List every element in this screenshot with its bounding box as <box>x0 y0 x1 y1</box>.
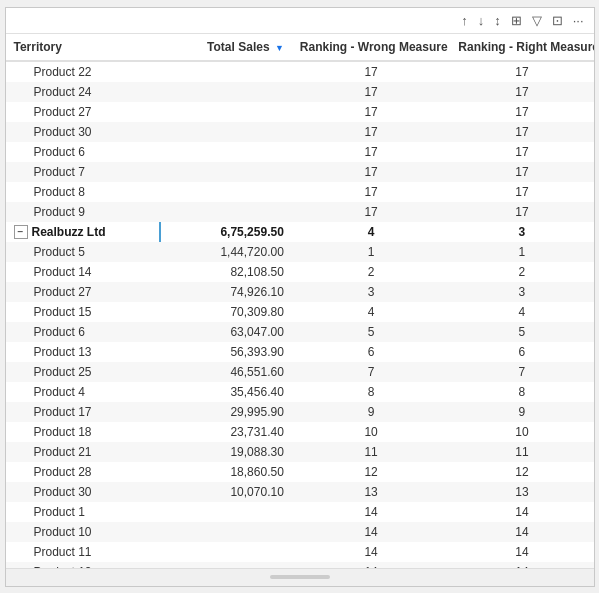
cell-ranking-wrong: 17 <box>292 202 451 222</box>
col-territory-label: Territory <box>14 40 62 54</box>
table-row: Product 121414 <box>6 562 594 567</box>
cell-territory: Product 12 <box>6 562 159 567</box>
cell-ranking-right: 14 <box>450 522 593 542</box>
cell-total-sales: 82,108.50 <box>159 262 292 282</box>
cell-territory: Product 1 <box>6 502 159 522</box>
cell-ranking-wrong: 4 <box>292 302 451 322</box>
cell-ranking-wrong: 17 <box>292 142 451 162</box>
more-icon[interactable]: ··· <box>571 12 586 29</box>
table-row: Product 271717 <box>6 102 594 122</box>
table-row: Product 241717 <box>6 82 594 102</box>
table-row: Product 111414 <box>6 542 594 562</box>
sort-both-icon[interactable]: ↕ <box>492 12 503 29</box>
cell-ranking-right: 14 <box>450 542 593 562</box>
cell-territory: Product 27 <box>6 102 159 122</box>
cell-ranking-wrong: 5 <box>292 322 451 342</box>
cell-territory: Product 28 <box>6 462 159 482</box>
data-table: Territory Total Sales ▼ Ranking - Wrong … <box>6 34 594 568</box>
cell-territory: Product 11 <box>6 542 159 562</box>
table-scroll[interactable]: Territory Total Sales ▼ Ranking - Wrong … <box>6 34 594 568</box>
cell-ranking-right: 9 <box>450 402 593 422</box>
table-row: Product 91717 <box>6 202 594 222</box>
export-icon[interactable]: ⊡ <box>550 12 565 29</box>
cell-ranking-right: 17 <box>450 162 593 182</box>
cell-ranking-right: 17 <box>450 61 593 82</box>
table-row: Product 435,456.4088 <box>6 382 594 402</box>
cell-ranking-wrong: 2 <box>292 262 451 282</box>
sort-desc-icon[interactable]: ↓ <box>476 12 487 29</box>
expand-icon[interactable]: ⊞ <box>509 12 524 29</box>
cell-ranking-right: 4 <box>450 302 593 322</box>
table-header-row: Territory Total Sales ▼ Ranking - Wrong … <box>6 34 594 61</box>
cell-total-sales: 29,995.90 <box>159 402 292 422</box>
cell-ranking-right: 12 <box>450 462 593 482</box>
cell-territory: Product 18 <box>6 422 159 442</box>
cell-territory: Product 13 <box>6 342 159 362</box>
table-row: Product 301717 <box>6 122 594 142</box>
cell-territory: Product 9 <box>6 202 159 222</box>
table-row: Product 61717 <box>6 142 594 162</box>
table-wrapper: Territory Total Sales ▼ Ranking - Wrong … <box>6 34 594 568</box>
cell-ranking-wrong: 14 <box>292 522 451 542</box>
cell-ranking-wrong: 17 <box>292 82 451 102</box>
cell-ranking-right: 7 <box>450 362 593 382</box>
cell-ranking-wrong: 8 <box>292 382 451 402</box>
cell-total-sales: 46,551.60 <box>159 362 292 382</box>
cell-territory: Product 7 <box>6 162 159 182</box>
cell-ranking-wrong: 11 <box>292 442 451 462</box>
table-row: Product 81717 <box>6 182 594 202</box>
cell-ranking-wrong: 17 <box>292 102 451 122</box>
cell-ranking-right: 13 <box>450 482 593 502</box>
cell-ranking-right: 5 <box>450 322 593 342</box>
cell-total-sales: 10,070.10 <box>159 482 292 502</box>
cell-ranking-wrong: 17 <box>292 61 451 82</box>
cell-total-sales: 6,75,259.50 <box>159 222 292 243</box>
cell-ranking-wrong: 10 <box>292 422 451 442</box>
cell-territory: Product 14 <box>6 262 159 282</box>
sort-indicator: ▼ <box>275 43 284 53</box>
table-row: Product 1356,393.9066 <box>6 342 594 362</box>
cell-ranking-wrong: 7 <box>292 362 451 382</box>
cell-total-sales <box>159 182 292 202</box>
cell-total-sales: 70,309.80 <box>159 302 292 322</box>
cell-ranking-right: 17 <box>450 182 593 202</box>
cell-ranking-right: 2 <box>450 262 593 282</box>
cell-ranking-right: 17 <box>450 82 593 102</box>
cell-ranking-wrong: 17 <box>292 162 451 182</box>
cell-territory: Product 25 <box>6 362 159 382</box>
cell-ranking-right: 17 <box>450 122 593 142</box>
table-row: Product 221717 <box>6 61 594 82</box>
col-total-sales[interactable]: Total Sales ▼ <box>159 34 292 61</box>
cell-ranking-right: 6 <box>450 342 593 362</box>
cell-total-sales: 35,456.40 <box>159 382 292 402</box>
cell-ranking-wrong: 9 <box>292 402 451 422</box>
expand-group-icon[interactable]: − <box>14 225 28 239</box>
cell-ranking-right: 14 <box>450 562 593 567</box>
cell-total-sales <box>159 562 292 567</box>
cell-territory: Product 24 <box>6 82 159 102</box>
cell-total-sales <box>159 142 292 162</box>
cell-ranking-right: 8 <box>450 382 593 402</box>
table-row: Product 2546,551.6077 <box>6 362 594 382</box>
cell-ranking-right: 17 <box>450 202 593 222</box>
cell-territory: Product 5 <box>6 242 159 262</box>
filter-icon[interactable]: ▽ <box>530 12 544 29</box>
cell-territory: Product 22 <box>6 61 159 82</box>
cell-ranking-right: 11 <box>450 442 593 462</box>
cell-territory: Product 8 <box>6 182 159 202</box>
sort-asc-icon[interactable]: ↑ <box>459 12 470 29</box>
cell-total-sales: 19,088.30 <box>159 442 292 462</box>
cell-ranking-right: 17 <box>450 142 593 162</box>
col-territory[interactable]: Territory <box>6 34 159 61</box>
col-ranking-wrong[interactable]: Ranking - Wrong Measure <box>292 34 451 61</box>
cell-total-sales: 56,393.90 <box>159 342 292 362</box>
table-row: Product 51,44,720.0011 <box>6 242 594 262</box>
toolbar: ↑ ↓ ↕ ⊞ ▽ ⊡ ··· <box>6 8 594 34</box>
cell-ranking-wrong: 14 <box>292 562 451 567</box>
cell-total-sales <box>159 522 292 542</box>
cell-territory: Product 4 <box>6 382 159 402</box>
cell-ranking-right: 17 <box>450 102 593 122</box>
cell-ranking-wrong: 17 <box>292 182 451 202</box>
table-row: Product 2774,926.1033 <box>6 282 594 302</box>
col-ranking-right[interactable]: Ranking - Right Measure <box>450 34 593 61</box>
